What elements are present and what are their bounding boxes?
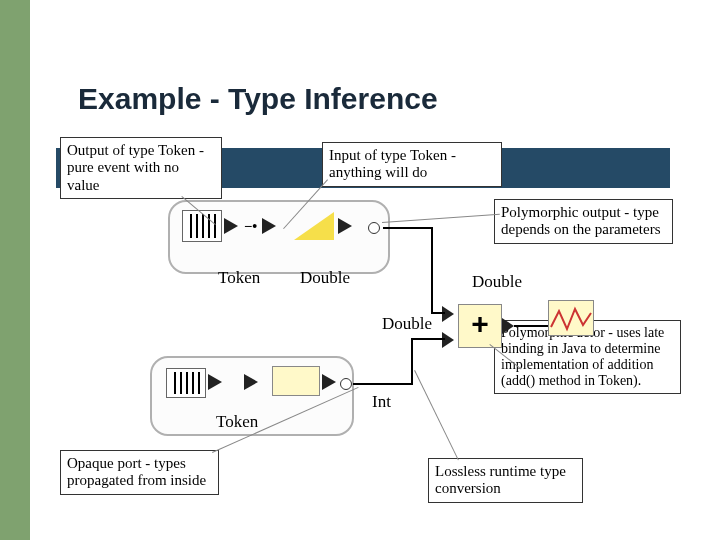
wire-top-to-adder-h2 (431, 312, 445, 314)
label-int1: Int (372, 392, 391, 412)
label-double1: Double (300, 268, 350, 288)
const-box-icon (272, 366, 320, 396)
arrow-gap-icon-top: −• (244, 218, 257, 234)
adder-input-tri-top (442, 306, 454, 322)
wire-adder-to-plotter (514, 325, 548, 327)
slide-title: Example - Type Inference (78, 82, 438, 116)
annot-poly-output: Polymorphic output - type depends on the… (494, 199, 673, 244)
wire-bot-to-adder-h1 (353, 383, 413, 385)
port-open-top (368, 222, 380, 234)
wire-bot-to-adder-v (411, 338, 413, 385)
ramp-icon-top (294, 212, 334, 240)
tri-right-dark-top3 (338, 218, 352, 234)
adder-output-tri (502, 318, 514, 334)
clock-icon-bottom (166, 368, 206, 398)
leader-lossless (414, 370, 459, 460)
waveform-icon (549, 301, 593, 335)
tri-right-dark-top2 (262, 218, 276, 234)
leader-poly-output (382, 214, 500, 223)
tri-right-dark-top1 (224, 218, 238, 234)
port-open-bottom (340, 378, 352, 390)
wire-bot-to-adder-h2 (411, 338, 445, 340)
tri-right-dark-bot3 (322, 374, 336, 390)
side-stripe (0, 0, 30, 540)
wire-top-to-adder-h1 (383, 227, 433, 229)
annot-lossless: Lossless runtime type conversion (428, 458, 583, 503)
tri-right-dark-bot2 (244, 374, 258, 390)
annot-output-token: Output of type Token - pure event with n… (60, 137, 222, 199)
adder-icon: + (458, 304, 502, 348)
label-token1: Token (218, 268, 260, 288)
adder-input-tri-bot (442, 332, 454, 348)
label-double2: Double (382, 314, 432, 334)
label-double3: Double (472, 272, 522, 292)
annot-opaque-port: Opaque port - types propagated from insi… (60, 450, 219, 495)
tri-right-dark-bot1 (208, 374, 222, 390)
slide: Example - Type Inference Output of type … (0, 0, 720, 540)
plotter-icon (548, 300, 594, 336)
label-token2: Token (216, 412, 258, 432)
annot-input-token: Input of type Token - anything will do (322, 142, 502, 187)
wire-top-to-adder-v (431, 227, 433, 314)
